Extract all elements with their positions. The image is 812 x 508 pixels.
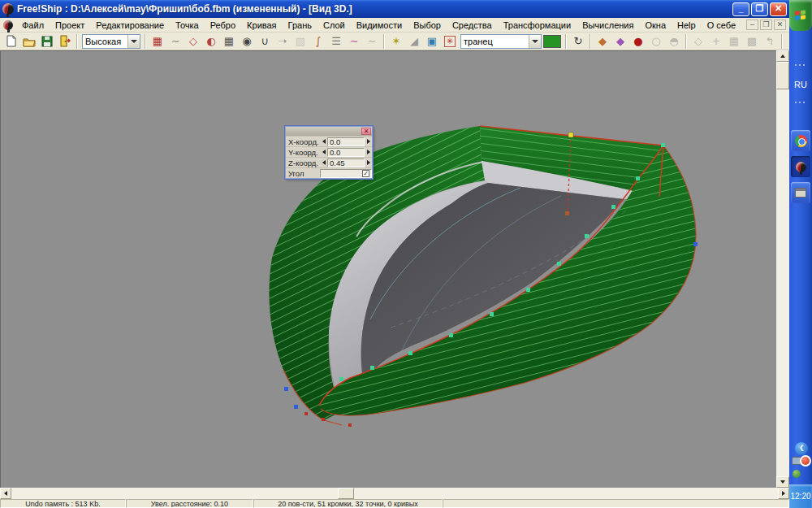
viewport-3d[interactable]: ✕ X-коорд. 0.0 Y-коорд. 0.0 Z-коорд. — [0, 50, 776, 488]
menu-calculations[interactable]: Вычисления — [577, 19, 639, 32]
y-decrement-arrow[interactable] — [320, 147, 327, 157]
globe-icon[interactable]: ◉ — [238, 33, 256, 50]
dialog-close-icon[interactable]: ✕ — [361, 128, 371, 135]
taskbar-handle[interactable] — [794, 63, 807, 68]
menu-windows[interactable]: Окна — [639, 19, 672, 32]
dark-squares-icon[interactable]: ▩ — [743, 33, 761, 50]
curvature-asterisk-icon[interactable]: ✳ — [441, 33, 459, 50]
menu-tools[interactable]: Средства — [447, 19, 498, 32]
dark-grid-icon[interactable]: ▦ — [220, 33, 238, 50]
mdi-minimize-button[interactable]: – — [746, 20, 758, 30]
y-coordinate-label: Y-коорд. — [286, 148, 320, 157]
freeship-logo-icon — [2, 3, 14, 15]
menu-edit[interactable]: Редактирование — [90, 19, 170, 32]
new-file-icon[interactable] — [2, 33, 20, 50]
menu-visibility[interactable]: Видимости — [351, 19, 408, 32]
purple-bird-icon[interactable]: ◆ — [611, 33, 629, 50]
language-indicator[interactable]: RU — [789, 80, 812, 89]
restore-button[interactable]: ❐ — [751, 2, 768, 16]
horizontal-scroll-thumb[interactable] — [338, 488, 354, 499]
coordinate-dialog[interactable]: ✕ X-коорд. 0.0 Y-коорд. 0.0 Z-коорд. — [285, 126, 373, 179]
layer-dropdown-arrow[interactable] — [529, 35, 541, 48]
minimize-button[interactable]: _ — [732, 2, 749, 16]
menu-project[interactable]: Проект — [50, 19, 90, 32]
scroll-right-icon[interactable] — [778, 488, 789, 499]
taskbar-freeship-button[interactable] — [791, 156, 810, 177]
empty-status-panel — [443, 499, 789, 508]
z-decrement-arrow[interactable] — [320, 158, 327, 167]
gray-curve-icon[interactable]: ∼ — [363, 33, 381, 50]
grayed-grid-icon[interactable]: ▨ — [292, 33, 309, 50]
red-lock-icon[interactable]: ● — [629, 33, 647, 50]
red-diamond-icon[interactable]: ◇ — [184, 33, 202, 50]
x-coordinate-value[interactable]: 0.0 — [327, 137, 365, 146]
x-decrement-arrow[interactable] — [320, 137, 327, 146]
window-title: Free!Ship : D:\Алексей\may\Фришип\боб.fb… — [17, 3, 731, 15]
tray-red-icon[interactable] — [800, 455, 811, 467]
spline-icon[interactable]: ∫ — [309, 33, 327, 50]
toolbar-separator — [781, 34, 783, 49]
scroll-down-icon[interactable] — [776, 476, 789, 488]
window-app-icon — [795, 188, 806, 198]
horizontal-scrollbar[interactable] — [0, 488, 789, 499]
taskbar-app-button[interactable] — [791, 182, 810, 203]
menu-point[interactable]: Точка — [170, 19, 205, 32]
menu-help[interactable]: Help — [672, 19, 702, 32]
ship-sections-icon[interactable]: ∪ — [256, 33, 274, 50]
menu-selection[interactable]: Выбор — [408, 19, 447, 32]
vertical-scrollbar[interactable] — [776, 50, 789, 488]
gray-diamond-icon[interactable]: ◇ — [689, 33, 707, 50]
freeship-taskbar-icon — [796, 162, 806, 172]
x-increment-arrow[interactable] — [365, 137, 372, 146]
menu-layer[interactable]: Слой — [317, 19, 351, 32]
z-coordinate-value[interactable]: 0.45 — [327, 158, 365, 167]
rotate-view-icon[interactable]: ↻ — [569, 33, 587, 50]
gray-grid-icon[interactable]: ▦ — [725, 33, 743, 50]
pink-curve-icon[interactable]: ∼ — [345, 33, 363, 50]
corner-arrow-icon[interactable]: ↰ — [761, 33, 779, 50]
taskbar-chrome-button[interactable] — [791, 130, 810, 151]
swoosh-arrow-icon[interactable]: ➝ — [274, 33, 292, 50]
scroll-left-icon[interactable] — [0, 488, 11, 499]
menu-curve[interactable]: Кривая — [241, 19, 282, 32]
y-coordinate-value[interactable]: 0.0 — [327, 148, 365, 157]
open-file-icon[interactable] — [20, 33, 38, 50]
curvature-curve-icon[interactable]: ∼ — [166, 33, 184, 50]
red-green-sphere-icon[interactable]: ◐ — [202, 33, 220, 50]
red-grid-icon[interactable]: ▦ — [149, 33, 166, 50]
scroll-up-icon[interactable] — [776, 50, 789, 62]
hull-lines-icon[interactable]: ☰ — [327, 33, 345, 50]
menu-edge[interactable]: Ребро — [205, 19, 241, 32]
undo-memory-status: Undo память : 513 Kb. — [0, 499, 126, 508]
menu-file[interactable]: Файл — [16, 19, 50, 32]
y-increment-arrow[interactable] — [365, 147, 372, 157]
z-increment-arrow[interactable] — [365, 158, 372, 167]
vertical-scroll-thumb[interactable] — [776, 62, 789, 89]
tray-green-icon[interactable] — [793, 470, 801, 478]
menu-about[interactable]: О себе — [702, 19, 741, 32]
taskbar-handle[interactable] — [794, 101, 807, 106]
precision-select[interactable]: Высокая — [82, 34, 140, 49]
gray-cross-icon[interactable]: + — [707, 33, 725, 50]
start-button[interactable] — [789, 0, 812, 31]
developability-star-icon[interactable]: ✶ — [387, 33, 405, 50]
angle-checkbox[interactable]: ✓ — [362, 170, 369, 177]
title-bar[interactable]: Free!Ship : D:\Алексей\may\Фришип\боб.fb… — [0, 0, 789, 18]
save-file-icon[interactable] — [38, 33, 56, 50]
menu-transform[interactable]: Трансформации — [498, 19, 577, 32]
tray-blue-icon[interactable] — [795, 442, 808, 455]
layer-color-swatch[interactable] — [543, 35, 561, 48]
close-button[interactable]: ✕ — [770, 2, 787, 16]
precision-dropdown-arrow[interactable] — [127, 35, 140, 48]
shade-view-icon[interactable]: ▣ — [423, 33, 441, 50]
normals-fan-icon[interactable]: ◢ — [405, 33, 423, 50]
gray-unlock-icon[interactable]: ○ — [647, 33, 665, 50]
multicolor-bird-icon[interactable]: ◆ — [594, 33, 611, 50]
coordinate-dialog-titlebar[interactable]: ✕ — [286, 127, 372, 136]
layer-select[interactable]: транец — [460, 34, 542, 49]
exit-door-icon[interactable] — [56, 33, 74, 50]
menu-face[interactable]: Грань — [283, 19, 317, 32]
mdi-close-button[interactable]: ✕ — [774, 20, 786, 30]
gray-lock-plus-icon[interactable]: ◓ — [665, 33, 683, 50]
mdi-restore-button[interactable]: ❐ — [760, 20, 772, 30]
